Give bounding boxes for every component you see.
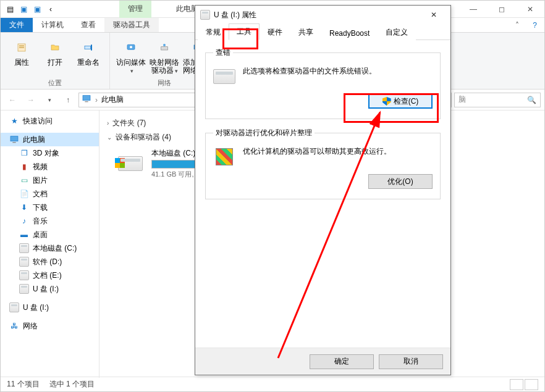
tab-custom[interactable]: 自定义 xyxy=(378,24,416,40)
ok-button[interactable]: 确定 xyxy=(310,354,374,369)
drive-icon xyxy=(19,243,29,253)
tree-documents[interactable]: 📄文档 xyxy=(1,187,99,201)
tab-computer[interactable]: 计算机 xyxy=(33,18,72,32)
tree-doc-e[interactable]: 文档 (E:) xyxy=(1,269,99,282)
usb-icon xyxy=(9,302,19,312)
dialog-tabs: 常规 工具 硬件 共享 ReadyBoost 自定义 xyxy=(195,24,450,40)
maximize-button[interactable]: ◻ xyxy=(488,1,516,18)
ribbon-group-location-label: 位置 xyxy=(6,77,104,88)
qat-overflow-icon[interactable]: ‹ xyxy=(45,4,56,15)
qat-check-icon-2[interactable]: ▣ xyxy=(32,4,43,15)
ribbon-btn-map-drive[interactable]: 映射网络 驱动器 xyxy=(148,35,180,77)
svg-rect-12 xyxy=(85,101,88,102)
drive-icon xyxy=(19,257,29,267)
tree-documents-label: 文档 xyxy=(33,189,48,199)
optimize-button[interactable]: 优化(O) xyxy=(368,174,433,189)
tree-this-pc[interactable]: 此电脑 xyxy=(1,133,99,146)
tree-network[interactable]: 🖧网络 xyxy=(1,319,99,333)
search-icon: 🔍 xyxy=(527,96,536,104)
error-check-legend: 查错 xyxy=(213,48,233,58)
tree-music-label: 音乐 xyxy=(33,216,48,227)
error-check-group: 查错 此选项将检查驱动器中的文件系统错误。 检查(C) xyxy=(205,48,441,119)
tree-usb-i-label: U 盘 (I:) xyxy=(33,284,59,294)
chevron-down-icon: ⌄ xyxy=(107,134,112,141)
status-items: 11 个项目 xyxy=(7,379,40,390)
tab-hardware[interactable]: 硬件 xyxy=(260,24,290,40)
check-button[interactable]: 检查(C) xyxy=(368,94,433,109)
window-controls: ― ◻ ✕ xyxy=(459,1,544,18)
tab-file[interactable]: 文件 xyxy=(1,18,33,32)
rename-icon xyxy=(78,38,98,57)
view-details-button[interactable] xyxy=(510,379,523,390)
status-bar: 11 个项目 选中 1 个项目 xyxy=(1,377,544,391)
media-icon xyxy=(121,38,141,57)
svg-rect-11 xyxy=(83,96,90,101)
tree-desktop[interactable]: ▬桌面 xyxy=(1,228,99,241)
drive-icon xyxy=(213,65,235,88)
drive-icon xyxy=(19,270,29,280)
tree-usb-i[interactable]: U 盘 (I:) xyxy=(1,282,99,296)
tab-tools[interactable]: 工具 xyxy=(229,23,260,40)
tree-soft-d[interactable]: 软件 (D:) xyxy=(1,255,99,269)
tree-music[interactable]: ♪音乐 xyxy=(1,214,99,228)
svg-point-8 xyxy=(163,44,166,46)
tab-general[interactable]: 常规 xyxy=(198,24,229,40)
tree-quick-access[interactable]: ★快速访问 xyxy=(1,114,99,128)
cancel-button[interactable]: 取消 xyxy=(379,354,443,369)
tree-usb-i-root[interactable]: U 盘 (I:) xyxy=(1,301,99,314)
error-check-desc: 此选项将检查驱动器中的文件系统错误。 xyxy=(243,65,433,77)
ribbon-btn-properties-label: 属性 xyxy=(14,59,29,67)
close-button[interactable]: ✕ xyxy=(516,1,544,18)
help-button[interactable]: ? xyxy=(525,18,544,32)
dialog-title: U 盘 (I:) 属性 xyxy=(214,10,256,20)
ribbon-btn-access-media-label: 访问媒体 xyxy=(115,59,147,75)
ribbon-btn-properties[interactable]: 属性 xyxy=(6,35,38,77)
ribbon-btn-map-drive-label: 映射网络 驱动器 xyxy=(150,59,179,75)
breadcrumb-sep-icon[interactable]: › xyxy=(95,96,98,104)
nav-back-button[interactable]: ← xyxy=(4,92,20,108)
tree-3d-objects[interactable]: ❒3D 对象 xyxy=(1,146,99,160)
tab-readyboost[interactable]: ReadyBoost xyxy=(321,26,378,40)
dialog-close-button[interactable]: ✕ xyxy=(422,7,446,22)
tab-sharing[interactable]: 共享 xyxy=(290,24,321,40)
svg-rect-7 xyxy=(161,47,168,50)
nav-tree: ★快速访问 此电脑 ❒3D 对象 ▮视频 ▭图片 📄文档 ⬇下载 ♪音乐 ▬桌面… xyxy=(1,111,99,378)
ribbon-btn-rename[interactable]: 重命名 xyxy=(72,35,104,77)
svg-rect-4 xyxy=(91,44,92,50)
search-input[interactable]: 脑 🔍 xyxy=(454,93,541,107)
minimize-button[interactable]: ― xyxy=(459,1,488,18)
tree-pictures[interactable]: ▭图片 xyxy=(1,173,99,187)
download-icon: ⬇ xyxy=(19,202,29,212)
properties-icon xyxy=(12,38,32,57)
ribbon-btn-rename-label: 重命名 xyxy=(77,59,99,67)
tree-downloads[interactable]: ⬇下载 xyxy=(1,201,99,214)
picture-icon: ▭ xyxy=(19,175,29,185)
ribbon-btn-open[interactable]: 打开 xyxy=(39,35,71,77)
defrag-icon xyxy=(213,146,235,168)
qat-check-icon[interactable]: ▣ xyxy=(18,4,29,15)
tab-drive-tools[interactable]: 驱动器工具 xyxy=(104,18,159,32)
open-icon xyxy=(45,38,65,57)
nav-up-button[interactable]: ↑ xyxy=(60,92,76,108)
ribbon-collapse-button[interactable]: ˄ xyxy=(509,18,525,32)
svg-rect-2 xyxy=(19,47,24,48)
check-button-label: 检查(C) xyxy=(394,96,419,107)
tree-doc-e-label: 文档 (E:) xyxy=(33,270,62,281)
svg-rect-3 xyxy=(85,46,90,49)
cube-icon: ❒ xyxy=(19,148,29,158)
tab-view[interactable]: 查看 xyxy=(72,18,104,32)
drive-icon xyxy=(116,151,145,176)
search-placeholder-fragment: 脑 xyxy=(458,94,466,105)
breadcrumb-this-pc[interactable]: 此电脑 xyxy=(101,94,124,105)
svg-rect-1 xyxy=(19,46,24,46)
pc-icon xyxy=(9,135,19,144)
qat-menu-icon[interactable]: ▤ xyxy=(4,4,15,15)
ribbon-btn-access-media[interactable]: 访问媒体 xyxy=(115,35,147,77)
view-large-button[interactable] xyxy=(525,379,538,390)
tree-local-c[interactable]: 本地磁盘 (C:) xyxy=(1,241,99,255)
nav-forward-button[interactable]: → xyxy=(23,92,39,108)
dialog-footer: 确定 取消 xyxy=(195,348,450,375)
svg-point-6 xyxy=(130,46,132,48)
tree-videos[interactable]: ▮视频 xyxy=(1,160,99,173)
nav-history-button[interactable]: ▾ xyxy=(41,92,57,108)
